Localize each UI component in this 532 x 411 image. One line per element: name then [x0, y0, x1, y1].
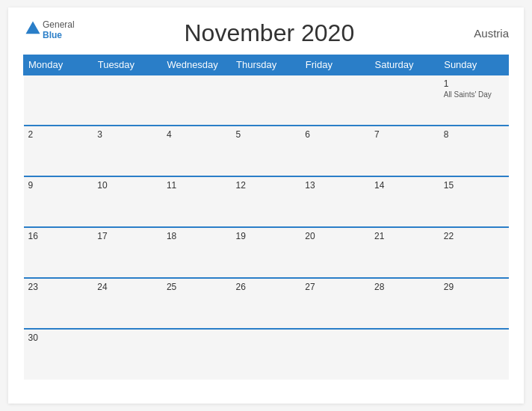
- day-number: 12: [236, 180, 297, 191]
- day-number: 7: [374, 129, 435, 140]
- day-number: 10: [97, 180, 158, 191]
- weekday-header-saturday: Saturday: [370, 55, 439, 75]
- calendar-cell: [370, 329, 439, 380]
- day-number: 11: [167, 180, 227, 191]
- calendar-country: Austria: [464, 27, 509, 40]
- week-row-3: 9101112131415: [24, 176, 509, 227]
- day-number: 20: [305, 231, 365, 241]
- calendar-cell: 17: [93, 227, 162, 278]
- calendar-cell: 7: [370, 126, 439, 176]
- day-number: 15: [444, 180, 504, 191]
- calendar-table: MondayTuesdayWednesdayThursdayFridaySatu…: [23, 55, 509, 380]
- calendar-cell: 26: [232, 278, 301, 329]
- calendar-cell: 5: [232, 126, 301, 176]
- week-row-6: 30: [24, 329, 509, 380]
- calendar-cell: 29: [439, 278, 509, 329]
- calendar-cell: 6: [300, 126, 370, 176]
- calendar-cell: 28: [370, 278, 439, 329]
- calendar-cell: 3: [93, 126, 162, 176]
- calendar-cell: 30: [24, 329, 93, 380]
- day-number: 13: [305, 180, 365, 191]
- weekday-header-friday: Friday: [300, 55, 370, 75]
- calendar-cell: 20: [300, 227, 370, 278]
- logo: General Blue: [23, 19, 75, 41]
- day-number: 1: [444, 78, 504, 89]
- calendar-cell: 8: [439, 126, 509, 176]
- calendar-title: November 2020: [75, 19, 464, 47]
- day-number: 19: [236, 231, 297, 241]
- week-row-1: 1All Saints' Day: [24, 75, 509, 126]
- day-number: 6: [305, 129, 365, 140]
- week-row-2: 2345678: [24, 126, 509, 176]
- calendar-cell: 12: [232, 176, 301, 227]
- calendar-cell: 21: [370, 227, 439, 278]
- logo-icon: [25, 20, 41, 37]
- weekday-header-row: MondayTuesdayWednesdayThursdayFridaySatu…: [24, 55, 509, 75]
- calendar-cell: [300, 75, 370, 126]
- calendar-cell: 9: [24, 176, 93, 227]
- calendar-cell: 24: [93, 278, 162, 329]
- day-number: 25: [167, 282, 227, 292]
- weekday-header-sunday: Sunday: [439, 55, 509, 75]
- day-number: 4: [167, 129, 227, 140]
- calendar-container: General Blue November 2020 Austria Monda…: [8, 7, 524, 404]
- weekday-header-tuesday: Tuesday: [93, 55, 162, 75]
- day-number: 18: [167, 231, 227, 241]
- calendar-cell: 23: [24, 278, 93, 329]
- calendar-cell: 22: [439, 227, 509, 278]
- calendar-cell: [439, 329, 509, 380]
- day-number: 21: [374, 231, 435, 241]
- calendar-cell: [93, 329, 162, 380]
- day-number: 2: [28, 129, 89, 140]
- day-number: 17: [97, 231, 158, 241]
- day-number: 30: [28, 333, 89, 343]
- calendar-cell: 11: [162, 176, 232, 227]
- day-number: 14: [374, 180, 435, 191]
- week-row-4: 16171819202122: [24, 227, 509, 278]
- day-number: 26: [236, 282, 297, 292]
- day-number: 23: [28, 282, 89, 292]
- day-number: 9: [28, 180, 89, 191]
- weekday-header-wednesday: Wednesday: [162, 55, 232, 75]
- calendar-cell: [370, 75, 439, 126]
- calendar-cell: 13: [300, 176, 370, 227]
- calendar-cell: 1All Saints' Day: [439, 75, 509, 126]
- weekday-header-monday: Monday: [24, 55, 93, 75]
- day-number: 3: [97, 129, 158, 140]
- calendar-cell: 19: [232, 227, 301, 278]
- day-number: 24: [97, 282, 158, 292]
- week-row-5: 23242526272829: [24, 278, 509, 329]
- calendar-cell: 16: [24, 227, 93, 278]
- calendar-cell: 2: [24, 126, 93, 176]
- calendar-cell: [300, 329, 370, 380]
- calendar-cell: 15: [439, 176, 509, 227]
- day-number: 22: [444, 231, 504, 241]
- day-number: 28: [374, 282, 435, 292]
- calendar-cell: [162, 329, 232, 380]
- calendar-cell: 10: [93, 176, 162, 227]
- logo-general-text: General: [43, 19, 75, 30]
- calendar-cell: [93, 75, 162, 126]
- calendar-cell: 18: [162, 227, 232, 278]
- day-event: All Saints' Day: [444, 90, 504, 99]
- day-number: 5: [236, 129, 297, 140]
- logo-blue-text: Blue: [43, 30, 62, 40]
- svg-marker-0: [25, 22, 40, 34]
- calendar-cell: 27: [300, 278, 370, 329]
- day-number: 16: [28, 231, 89, 241]
- calendar-cell: [162, 75, 232, 126]
- calendar-cell: [24, 75, 93, 126]
- calendar-cell: 4: [162, 126, 232, 176]
- day-number: 29: [444, 282, 504, 292]
- day-number: 8: [444, 129, 504, 140]
- calendar-header: General Blue November 2020 Austria: [23, 19, 509, 47]
- day-number: 27: [305, 282, 365, 292]
- calendar-cell: 14: [370, 176, 439, 227]
- weekday-header-thursday: Thursday: [232, 55, 301, 75]
- calendar-cell: [232, 75, 301, 126]
- calendar-cell: [232, 329, 301, 380]
- calendar-cell: 25: [162, 278, 232, 329]
